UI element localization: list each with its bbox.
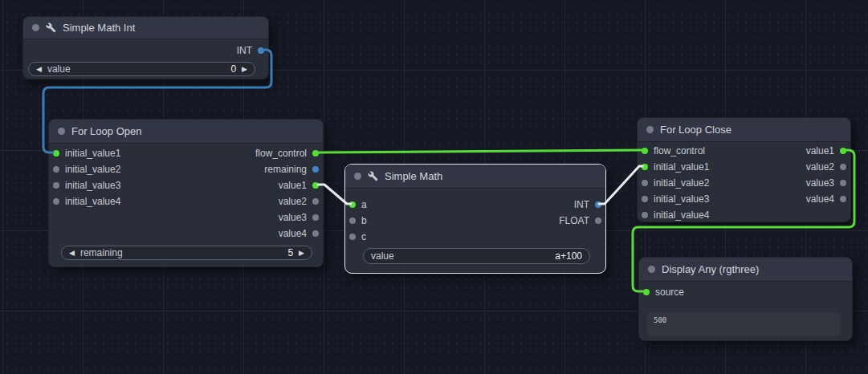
node-for-loop-open[interactable]: For Loop Open initial_value1 initial_val… (48, 119, 324, 267)
slot-label: value1 (806, 145, 834, 157)
collapse-dot[interactable] (354, 173, 361, 180)
input-dot[interactable] (349, 234, 356, 240)
node-header[interactable]: Simple Math Int (23, 17, 268, 39)
node-display-any[interactable]: Display Any (rgthree) source 500 (638, 257, 853, 341)
slot-label: remaining (264, 164, 307, 175)
node-simple-math-int[interactable]: Simple Math Int INT ◀ value 0 ▶ (22, 16, 269, 79)
input-slot-source: source (639, 284, 684, 300)
slot-label: INT (574, 199, 589, 210)
output-dot[interactable] (840, 180, 846, 186)
decrement-arrow-icon[interactable]: ◀ (36, 66, 42, 73)
slot-label: value4 (806, 193, 834, 205)
collapse-dot[interactable] (648, 266, 655, 273)
display-output-text: 500 (647, 312, 841, 336)
value-widget[interactable]: ◀ value 0 ▶ (28, 62, 255, 76)
slot-label: flow_control (654, 145, 705, 157)
output-dot[interactable] (312, 198, 319, 205)
node-title: Simple Math (385, 170, 442, 182)
output-dot[interactable] (312, 150, 319, 157)
output-dot[interactable] (258, 47, 264, 54)
output-dot[interactable] (595, 217, 601, 224)
output-dot[interactable] (840, 164, 846, 170)
input-slot-flow-control: flow_control (638, 143, 709, 159)
output-slot-value3: value3 (806, 175, 850, 191)
slot-label: value1 (279, 180, 307, 191)
input-slot-initial-value2: initial_value2 (638, 175, 709, 191)
decrement-arrow-icon[interactable]: ◀ (69, 250, 75, 257)
input-dot[interactable] (53, 166, 59, 173)
slot-label: value4 (279, 228, 307, 239)
output-slot-value2: value2 (255, 193, 323, 209)
remaining-widget[interactable]: ◀ remaining 5 ▶ (61, 246, 312, 260)
output-dot[interactable] (312, 230, 319, 237)
node-header[interactable]: For Loop Close (638, 118, 850, 142)
increment-arrow-icon[interactable]: ▶ (299, 250, 304, 257)
input-dot[interactable] (643, 289, 650, 295)
output-dot[interactable] (312, 166, 319, 173)
slot-label: value3 (279, 212, 307, 223)
node-title: For Loop Open (71, 125, 141, 137)
input-dot[interactable] (349, 201, 356, 208)
widget-value: 5 (287, 247, 293, 258)
output-dot[interactable] (312, 182, 319, 189)
output-slot-int: INT (559, 197, 605, 213)
slot-label: initial_value1 (65, 148, 120, 159)
node-header[interactable]: Simple Math (345, 165, 605, 189)
slot-label: FLOAT (559, 215, 589, 226)
input-slot-c: c (345, 229, 367, 245)
slot-label: c (361, 231, 366, 242)
collapse-dot[interactable] (32, 24, 39, 31)
input-slot-initial-value1: initial_value1 (638, 159, 709, 175)
slot-label: INT (237, 45, 252, 56)
node-title: Simple Math Int (63, 22, 135, 34)
slot-label: value2 (279, 196, 307, 207)
output-dot[interactable] (595, 201, 601, 208)
output-dot[interactable] (840, 148, 846, 154)
input-dot[interactable] (53, 182, 59, 189)
output-slot-int: INT (23, 43, 268, 59)
increment-arrow-icon[interactable]: ▶ (242, 66, 247, 73)
slot-label: initial_value2 (654, 177, 709, 189)
output-slot-value4: value4 (806, 191, 850, 207)
output-slot-flow-control: flow_control (255, 145, 323, 161)
input-dot[interactable] (349, 217, 356, 224)
input-slot-initial-value1: initial_value1 (49, 145, 120, 161)
widget-value: a+100 (555, 250, 582, 262)
slot-label: a (361, 199, 367, 210)
collapse-dot[interactable] (58, 128, 65, 135)
value-text-widget[interactable]: value a+100 (363, 248, 590, 264)
graph-canvas[interactable]: Simple Math Int INT ◀ value 0 ▶ For Loop… (0, 0, 868, 374)
input-dot[interactable] (642, 196, 648, 202)
slot-label: initial_value4 (654, 209, 709, 221)
input-dot[interactable] (53, 150, 59, 157)
node-header[interactable]: For Loop Open (49, 120, 323, 144)
input-dot[interactable] (53, 198, 59, 205)
input-dot[interactable] (642, 180, 648, 186)
node-for-loop-close[interactable]: For Loop Close flow_control initial_valu… (637, 117, 851, 222)
input-slot-initial-value3: initial_value3 (49, 177, 120, 193)
input-dot[interactable] (642, 212, 648, 218)
input-slot-initial-value4: initial_value4 (638, 207, 709, 223)
node-simple-math[interactable]: Simple Math a b c INT (344, 164, 606, 274)
collapse-dot[interactable] (646, 126, 654, 133)
widget-label: value (371, 250, 394, 262)
slot-label: initial_value4 (65, 196, 120, 207)
widget-value: 0 (230, 63, 236, 75)
slot-label: value3 (806, 177, 834, 189)
slot-label: value2 (806, 161, 834, 173)
node-title: For Loop Close (660, 124, 731, 136)
output-dot[interactable] (312, 214, 319, 221)
slot-label: flow_control (255, 148, 307, 159)
slot-label: initial_value3 (654, 193, 709, 205)
input-slot-b: b (345, 213, 367, 229)
slot-label: initial_value2 (65, 164, 120, 175)
slot-label: initial_value1 (654, 161, 709, 173)
widget-label: remaining (80, 247, 123, 258)
node-header[interactable]: Display Any (rgthree) (639, 258, 852, 282)
slot-label: source (655, 287, 684, 298)
input-dot[interactable] (642, 148, 648, 154)
widget-label: value (47, 63, 71, 75)
output-dot[interactable] (840, 196, 846, 202)
node-title: Display Any (rgthree) (662, 263, 759, 275)
input-dot[interactable] (642, 164, 648, 170)
